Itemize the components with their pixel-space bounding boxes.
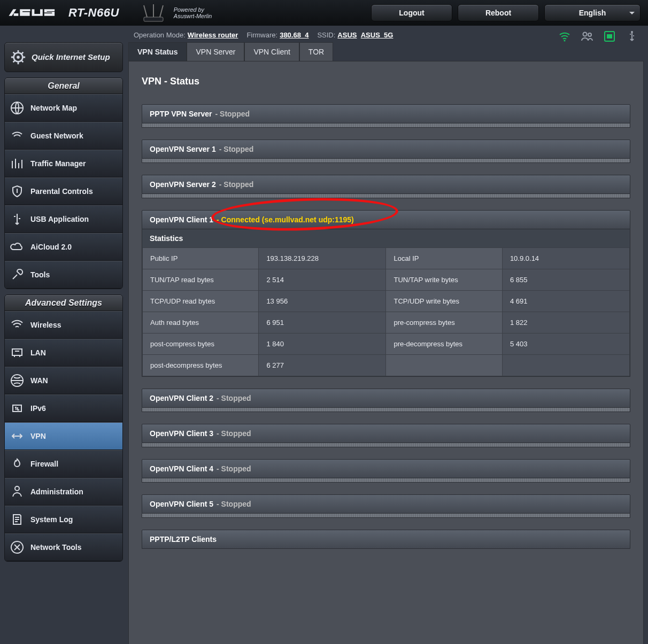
sub-strip xyxy=(142,194,630,198)
sidebar-item-parental-controls[interactable]: Parental Controls xyxy=(5,177,122,205)
block-ovpn-client5: OpenVPN Client 5- Stopped xyxy=(142,494,630,518)
sidebar-item-vpn[interactable]: VPN xyxy=(5,422,122,450)
stat-value xyxy=(502,355,629,376)
stat-value: 6 855 xyxy=(502,269,629,291)
lan-icon xyxy=(10,346,24,360)
fw-link[interactable]: 380.68_4 xyxy=(280,31,308,39)
stats-table: Public IP193.138.219.228Local IP10.9.0.1… xyxy=(142,247,630,376)
block-pptp-clients: PPTP/L2TP Clients xyxy=(142,530,630,549)
stat-key: post-decompress bytes xyxy=(143,355,259,376)
stat-value: 2 514 xyxy=(259,269,386,291)
stat-key: pre-decompress bytes xyxy=(386,333,502,355)
log-icon xyxy=(10,513,24,526)
sub-strip xyxy=(142,478,630,483)
sidebar-item-wireless[interactable]: Wireless xyxy=(5,311,122,339)
sub-strip xyxy=(142,123,630,128)
ssid1-link[interactable]: ASUS xyxy=(337,31,357,39)
wan-icon[interactable] xyxy=(603,30,616,43)
tab-vpn-client[interactable]: VPN Client xyxy=(244,42,299,61)
sidebar-item-label: Parental Controls xyxy=(30,188,93,195)
stat-value: 1 822 xyxy=(502,312,629,333)
ssid2-link[interactable]: ASUS_5G xyxy=(361,31,394,39)
logout-button[interactable]: Logout xyxy=(371,4,452,21)
traffic-icon xyxy=(10,157,24,170)
sidebar-item-label: Tools xyxy=(30,271,50,278)
wifi-icon[interactable] xyxy=(558,30,571,43)
sidebar-item-guest-network[interactable]: Guest Network xyxy=(5,122,122,150)
stat-key: Auth read bytes xyxy=(143,312,259,333)
block-ovpn-client2: OpenVPN Client 2- Stopped xyxy=(142,389,630,412)
tab-vpn-status[interactable]: VPN Status xyxy=(128,42,187,61)
op-mode-link[interactable]: Wireless router xyxy=(188,31,238,39)
tab-vpn-server[interactable]: VPN Server xyxy=(187,42,244,61)
bar-name: OpenVPN Client 5 xyxy=(150,500,213,508)
quick-setup-label: Quick Internet Setup xyxy=(32,52,110,62)
sidebar-item-administration[interactable]: Administration xyxy=(5,478,122,506)
nav-general-title: General xyxy=(5,78,122,94)
bar-status: Stopped xyxy=(220,110,250,118)
usb-icon[interactable] xyxy=(626,30,638,43)
bar-name: OpenVPN Server 2 xyxy=(150,181,216,188)
bar-name: OpenVPN Client 3 xyxy=(150,430,213,437)
sidebar-item-label: Network Tools xyxy=(30,544,81,551)
sidebar-item-system-log[interactable]: System Log xyxy=(5,506,122,533)
sidebar-item-label: Guest Network xyxy=(30,132,83,139)
stat-value: 5 403 xyxy=(502,333,629,355)
tab-tor[interactable]: TOR xyxy=(299,42,333,61)
language-label: English xyxy=(579,9,606,17)
stat-key xyxy=(386,355,502,376)
bar-status: Stopped xyxy=(221,429,251,438)
block-ovpn-server1: OpenVPN Server 1- Stopped xyxy=(142,139,630,163)
sidebar-item-aicloud-2-0[interactable]: AiCloud 2.0 xyxy=(5,233,122,261)
bar-name: PPTP/L2TP Clients xyxy=(150,536,217,543)
sidebar-item-label: IPv6 xyxy=(30,405,46,412)
fw-label: Firmware: xyxy=(246,31,277,39)
block-ovpn-client3: OpenVPN Client 3- Stopped xyxy=(142,424,630,447)
language-select[interactable]: English xyxy=(544,4,641,21)
nettools-icon xyxy=(10,540,24,554)
sub-strip xyxy=(142,408,630,412)
sidebar-item-network-map[interactable]: Network Map xyxy=(5,94,122,122)
block-ovpn-server2: OpenVPN Server 2- Stopped xyxy=(142,175,630,198)
sub-strip xyxy=(142,443,630,447)
users-icon[interactable] xyxy=(581,30,593,43)
sidebar-item-label: Firewall xyxy=(30,460,58,468)
firewall-icon xyxy=(10,457,24,471)
block-ovpn-client4: OpenVPN Client 4- Stopped xyxy=(142,459,630,483)
bar-name: PPTP VPN Server xyxy=(150,110,212,118)
sidebar-item-label: VPN xyxy=(30,432,46,440)
svg-line-17 xyxy=(13,52,16,55)
sidebar-item-usb-application[interactable]: USB Application xyxy=(5,205,122,233)
stat-key: pre-compress bytes xyxy=(386,312,502,333)
table-row: TCP/UDP read bytes13 956TCP/UDP write by… xyxy=(143,291,630,312)
sidebar-item-firewall[interactable]: Firewall xyxy=(5,450,122,478)
stat-key: Public IP xyxy=(143,248,259,269)
stats-title: Statistics xyxy=(142,229,630,247)
status-indicators xyxy=(558,30,638,43)
bar-status: Stopped xyxy=(223,180,253,189)
sidebar-item-wan[interactable]: WAN xyxy=(5,367,122,394)
sidebar-item-network-tools[interactable]: Network Tools xyxy=(5,533,122,561)
reboot-button[interactable]: Reboot xyxy=(458,4,539,21)
content-panel: VPN - Status PPTP VPN Server- Stopped Op… xyxy=(128,61,644,644)
sidebar-item-lan[interactable]: LAN xyxy=(5,339,122,367)
svg-line-2 xyxy=(144,5,147,17)
nav-advanced-title: Advanced Settings xyxy=(5,295,122,311)
stat-key: TCP/UDP write bytes xyxy=(386,291,502,312)
sidebar-item-traffic-manager[interactable]: Traffic Manager xyxy=(5,150,122,177)
sidebar-item-ipv6[interactable]: IPv6 xyxy=(5,394,122,422)
svg-rect-0 xyxy=(14,13,19,16)
quick-setup-button[interactable]: Quick Internet Setup xyxy=(4,42,123,72)
sidebar-item-label: WAN xyxy=(30,377,48,384)
sub-strip xyxy=(142,159,630,163)
svg-line-20 xyxy=(13,60,16,63)
stat-value: 4 691 xyxy=(502,291,629,312)
bar-name: OpenVPN Server 1 xyxy=(150,145,216,153)
sidebar-item-tools[interactable]: Tools xyxy=(5,261,122,289)
model-name: RT-N66U xyxy=(68,7,119,19)
bar-name: OpenVPN Client 1 xyxy=(150,216,213,223)
svg-point-10 xyxy=(631,31,633,33)
svg-point-7 xyxy=(588,33,591,36)
status-row: Operation Mode: Wireless router Firmware… xyxy=(0,26,648,42)
sidebar-item-label: Wireless xyxy=(30,321,61,329)
